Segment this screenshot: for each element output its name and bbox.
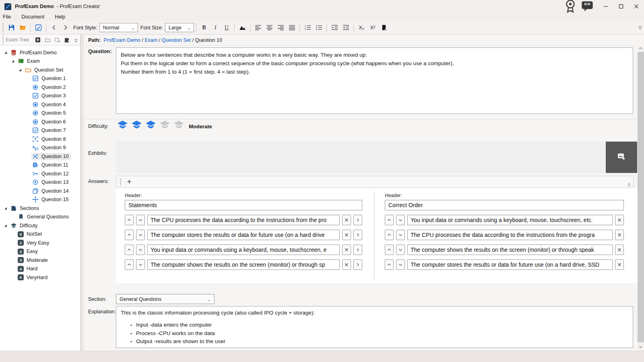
minimize-button[interactable] xyxy=(598,0,613,12)
underline-button[interactable]: U xyxy=(221,23,232,33)
edit-icon[interactable] xyxy=(33,23,44,33)
font-style-select[interactable]: Normal xyxy=(99,23,138,32)
move-up-button[interactable] xyxy=(385,215,394,225)
feedback-icon[interactable]: ““ xyxy=(581,1,593,12)
link-answer-button[interactable] xyxy=(353,230,362,240)
header-input[interactable] xyxy=(385,200,624,210)
scrollbar-thumb[interactable] xyxy=(638,52,644,342)
answer-input[interactable] xyxy=(147,230,340,240)
menu-file[interactable]: File xyxy=(0,13,16,21)
link-answer-button[interactable] xyxy=(353,215,362,225)
tree-item[interactable]: 1Very Easy xyxy=(0,239,80,247)
difficulty-cap-icon[interactable] xyxy=(145,120,156,130)
section-select[interactable]: General Questions xyxy=(116,294,215,304)
tree-item[interactable]: Question Set xyxy=(0,66,80,74)
tree-item[interactable]: 0NotSet xyxy=(0,230,80,239)
tree-item[interactable]: Question 7 xyxy=(0,126,80,135)
path-segment[interactable]: ProfExam Demo xyxy=(103,37,140,43)
tree-item[interactable]: Difficuty xyxy=(0,221,80,230)
answers-overflow-icon[interactable] xyxy=(627,182,632,187)
scroll-down-icon[interactable] xyxy=(637,344,644,350)
answer-input[interactable] xyxy=(407,215,613,225)
tree-item[interactable]: ProfExam Demo xyxy=(0,48,80,57)
open-folder-icon[interactable] xyxy=(17,23,28,33)
remove-answer-button[interactable] xyxy=(342,259,351,270)
bold-button[interactable]: B xyxy=(198,23,210,33)
tree-item[interactable]: Question 5 xyxy=(0,109,80,118)
remove-answer-button[interactable] xyxy=(615,215,624,225)
save-icon[interactable] xyxy=(6,23,17,33)
move-down-button[interactable] xyxy=(396,245,405,255)
menu-help[interactable]: Help xyxy=(50,13,70,21)
indent-icon[interactable] xyxy=(329,23,340,33)
add-frame-icon[interactable] xyxy=(52,35,62,44)
folder-muted-icon[interactable] xyxy=(43,35,52,44)
scroll-up-icon[interactable] xyxy=(637,45,644,51)
tree-item[interactable]: Question 14 xyxy=(0,187,80,195)
tree-item[interactable]: 3Moderate xyxy=(0,256,80,265)
question-field[interactable]: Below are four sentences that describe h… xyxy=(116,47,633,114)
tree-item[interactable]: Sections xyxy=(0,204,80,213)
tree-item[interactable]: Question 12 xyxy=(0,169,80,178)
move-down-button[interactable] xyxy=(136,245,145,255)
remove-answer-button[interactable] xyxy=(342,230,351,240)
expand-arrow-icon[interactable] xyxy=(4,206,10,211)
expand-arrow-icon[interactable] xyxy=(19,67,24,73)
remove-answer-button[interactable] xyxy=(615,230,624,240)
remove-answer-button[interactable] xyxy=(615,259,624,270)
tree-item[interactable]: Question 6 xyxy=(0,117,80,126)
answer-input[interactable] xyxy=(407,259,613,270)
difficulty-cap-icon[interactable] xyxy=(131,120,142,130)
difficulty-cap-icon[interactable] xyxy=(117,120,128,130)
tree-item[interactable]: Question 1 xyxy=(0,74,80,83)
tree-item[interactable]: Question 13 xyxy=(0,178,80,187)
close-button[interactable] xyxy=(629,0,644,12)
expand-arrow-icon[interactable] xyxy=(4,50,10,56)
italic-button[interactable]: I xyxy=(210,23,221,33)
path-segment[interactable]: Exam xyxy=(144,37,157,43)
align-center-icon[interactable] xyxy=(264,23,275,33)
outdent-icon[interactable] xyxy=(340,23,351,33)
answer-input[interactable] xyxy=(407,245,613,255)
new-document-icon[interactable] xyxy=(33,35,43,44)
header-input[interactable] xyxy=(125,200,362,210)
move-down-button[interactable] xyxy=(136,259,145,270)
tree-item[interactable]: Question 8 xyxy=(0,135,80,144)
tree-item[interactable]: bQuestion 9 xyxy=(0,144,80,152)
puzzle-icon[interactable] xyxy=(62,35,72,44)
tree-item[interactable]: Question 11 xyxy=(0,161,80,170)
tree-item[interactable]: Question 2 xyxy=(0,83,80,92)
move-up-button[interactable] xyxy=(385,259,394,270)
award-icon[interactable] xyxy=(564,1,576,12)
justify-icon[interactable] xyxy=(286,23,297,33)
tree-item[interactable]: Question 15 xyxy=(0,195,80,204)
align-left-icon[interactable] xyxy=(252,23,264,33)
exhibits-area[interactable] xyxy=(116,142,637,173)
sidebar-grip[interactable] xyxy=(2,35,4,44)
remove-answer-button[interactable] xyxy=(342,215,351,225)
subscript-button[interactable]: X₂ xyxy=(356,23,367,33)
align-right-icon[interactable] xyxy=(275,23,286,33)
answer-input[interactable] xyxy=(147,259,340,270)
tree-item[interactable]: 5VeryHard xyxy=(0,273,80,282)
maximize-button[interactable] xyxy=(613,0,629,12)
move-up-button[interactable] xyxy=(125,230,134,240)
superscript-button[interactable]: X² xyxy=(367,23,378,33)
link-answer-button[interactable] xyxy=(353,259,362,270)
path-segment[interactable]: Question Set xyxy=(162,37,191,43)
answers-grip[interactable] xyxy=(120,178,122,185)
menu-document[interactable]: Document xyxy=(16,13,50,21)
font-color-icon[interactable] xyxy=(378,23,390,33)
tree-item[interactable]: General Questions xyxy=(0,213,80,222)
expand-arrow-icon[interactable] xyxy=(11,58,17,64)
panel-overflow-icon[interactable] xyxy=(73,38,78,43)
insert-image-icon[interactable] xyxy=(237,23,248,33)
answer-input[interactable] xyxy=(147,245,340,255)
explanation-field[interactable]: This is the classic information processi… xyxy=(116,306,633,348)
add-image-button[interactable] xyxy=(606,142,637,173)
move-up-button[interactable] xyxy=(385,245,394,255)
add-answer-button[interactable]: + xyxy=(124,177,134,187)
answer-input[interactable] xyxy=(407,230,613,240)
bullet-list-icon[interactable] xyxy=(313,23,324,33)
move-down-button[interactable] xyxy=(396,215,405,225)
